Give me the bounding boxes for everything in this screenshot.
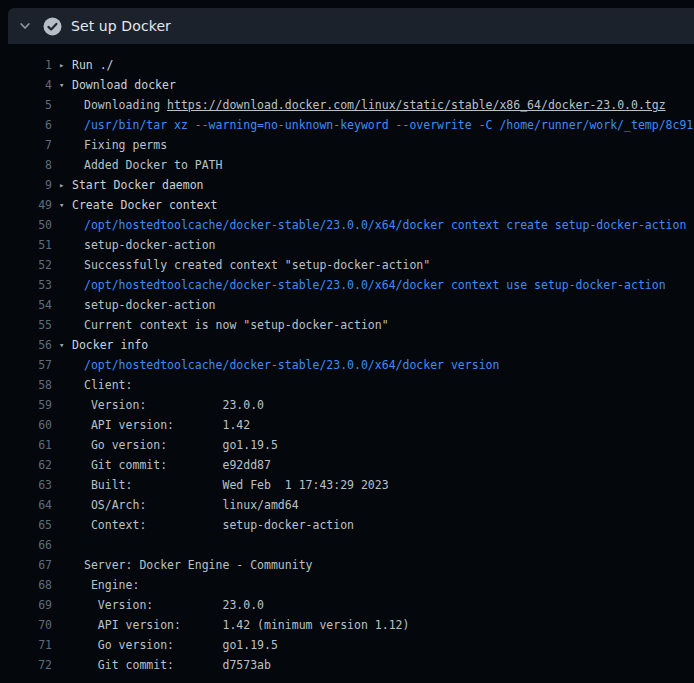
log-line: 57 /opt/hostedtoolcache/docker-stable/23… xyxy=(0,355,694,375)
log-line-text: /opt/hostedtoolcache/docker-stable/23.0.… xyxy=(84,355,499,375)
log-line-number[interactable]: 64 xyxy=(0,495,52,515)
log-line-text: Git commit: e92dd87 xyxy=(84,455,271,475)
log-line-text: /opt/hostedtoolcache/docker-stable/23.0.… xyxy=(84,275,666,295)
log-line-text: OS/Arch: linux/amd64 xyxy=(84,495,299,515)
log-line-number[interactable]: 68 xyxy=(0,575,52,595)
log-line: 68 Engine: xyxy=(0,575,694,595)
log-line: 7 Fixing perms xyxy=(0,135,694,155)
group-toggle-icon[interactable]: ▸ xyxy=(59,55,70,75)
log-lines: 1 ▸ Run ./ 4 ▾ Download docker 5 Downloa… xyxy=(0,44,694,683)
log-line[interactable]: 4 ▾ Download docker xyxy=(0,75,694,95)
step-header[interactable]: Set up Docker xyxy=(8,8,694,44)
log-line-text: /usr/bin/tar xz --warning=no-unknown-key… xyxy=(84,115,693,135)
log-line-number[interactable]: 9 xyxy=(0,175,52,195)
log-line-number[interactable]: 57 xyxy=(0,355,52,375)
log-line-text: setup-docker-action xyxy=(84,235,216,255)
step-status-check-circle-icon xyxy=(43,17,62,36)
chevron-down-icon xyxy=(18,19,32,33)
log-line[interactable]: 1 ▸ Run ./ xyxy=(0,55,694,75)
log-line: 55 Current context is now "setup-docker-… xyxy=(0,315,694,335)
log-line-text: Download docker xyxy=(72,75,176,95)
log-line-number[interactable]: 66 xyxy=(0,535,52,555)
log-line: 70 API version: 1.42 (minimum version 1.… xyxy=(0,615,694,635)
log-line: 6 /usr/bin/tar xz --warning=no-unknown-k… xyxy=(0,115,694,135)
log-line-number[interactable]: 69 xyxy=(0,595,52,615)
log-line-number[interactable]: 59 xyxy=(0,395,52,415)
log-line-text: Go version: go1.19.5 xyxy=(84,635,278,655)
log-line: 72 Git commit: d7573ab xyxy=(0,655,694,675)
group-toggle-icon[interactable]: ▾ xyxy=(59,335,70,355)
log-line-number[interactable]: 50 xyxy=(0,215,52,235)
log-line: 54 setup-docker-action xyxy=(0,295,694,315)
log-line-number[interactable]: 53 xyxy=(0,275,52,295)
log-line-number[interactable]: 52 xyxy=(0,255,52,275)
log-line: 53 /opt/hostedtoolcache/docker-stable/23… xyxy=(0,275,694,295)
log-line-text: Engine: xyxy=(84,575,139,595)
log-line-text: API version: 1.42 xyxy=(84,415,250,435)
log-line-number[interactable]: 62 xyxy=(0,455,52,475)
group-toggle-icon[interactable]: ▸ xyxy=(59,175,70,195)
log-line-number[interactable]: 1 xyxy=(0,55,52,75)
log-line-number[interactable]: 70 xyxy=(0,615,52,635)
log-line: 5 Downloading https://download.docker.co… xyxy=(0,95,694,115)
log-line-text: Go version: go1.19.5 xyxy=(84,435,278,455)
log-line-number[interactable]: 4 xyxy=(0,75,52,95)
log-line-text: Version: 23.0.0 xyxy=(84,395,264,415)
collapse-step-button[interactable] xyxy=(14,8,36,44)
log-line-number[interactable]: 61 xyxy=(0,435,52,455)
log-line-text: Git commit: d7573ab xyxy=(84,655,271,675)
log-line-number[interactable]: 67 xyxy=(0,555,52,575)
log-line: 66 xyxy=(0,535,694,555)
log-line-number[interactable]: 5 xyxy=(0,95,52,115)
log-line-text: Server: Docker Engine - Community xyxy=(84,555,312,575)
log-line-text: Current context is now "setup-docker-act… xyxy=(84,315,389,335)
log-line-text: Run ./ xyxy=(72,55,114,75)
log-line: 67 Server: Docker Engine - Community xyxy=(0,555,694,575)
log-line-number[interactable]: 58 xyxy=(0,375,52,395)
log-line-text: Fixing perms xyxy=(84,135,167,155)
log-line-text: setup-docker-action xyxy=(84,295,216,315)
log-line: 63 Built: Wed Feb 1 17:43:29 2023 xyxy=(0,475,694,495)
log-line-number[interactable]: 6 xyxy=(0,115,52,135)
log-line-number[interactable]: 51 xyxy=(0,235,52,255)
log-line: 69 Version: 23.0.0 xyxy=(0,595,694,615)
log-line: 50 /opt/hostedtoolcache/docker-stable/23… xyxy=(0,215,694,235)
log-line-number[interactable]: 56 xyxy=(0,335,52,355)
log-line[interactable]: 49 ▾ Create Docker context xyxy=(0,195,694,215)
log-line: 51 setup-docker-action xyxy=(0,235,694,255)
log-line-text: Downloading https://download.docker.com/… xyxy=(84,95,666,115)
group-toggle-icon[interactable]: ▾ xyxy=(59,75,70,95)
log-line-number[interactable]: 65 xyxy=(0,515,52,535)
log-line-number[interactable]: 63 xyxy=(0,475,52,495)
log-line-text: API version: 1.42 (minimum version 1.12) xyxy=(84,615,409,635)
log-line[interactable]: 9 ▸ Start Docker daemon xyxy=(0,175,694,195)
log-line-text: Client: xyxy=(84,375,132,395)
log-line-text: Added Docker to PATH xyxy=(84,155,222,175)
log-line-text: Successfully created context "setup-dock… xyxy=(84,255,430,275)
log-line: 71 Go version: go1.19.5 xyxy=(0,635,694,655)
group-toggle-icon[interactable]: ▾ xyxy=(59,195,70,215)
log-line-text: /opt/hostedtoolcache/docker-stable/23.0.… xyxy=(84,215,686,235)
log-line-number[interactable]: 72 xyxy=(0,655,52,675)
log-line: 52 Successfully created context "setup-d… xyxy=(0,255,694,275)
log-line[interactable]: 56 ▾ Docker info xyxy=(0,335,694,355)
log-line: 61 Go version: go1.19.5 xyxy=(0,435,694,455)
log-line-text: Create Docker context xyxy=(72,195,217,215)
log-line-number[interactable]: 8 xyxy=(0,155,52,175)
log-line-text: Context: setup-docker-action xyxy=(84,515,354,535)
log-line-number[interactable]: 55 xyxy=(0,315,52,335)
log-line-number[interactable]: 49 xyxy=(0,195,52,215)
step-title: Set up Docker xyxy=(71,18,171,34)
log-line: 59 Version: 23.0.0 xyxy=(0,395,694,415)
log-line-text: Version: 23.0.0 xyxy=(84,595,264,615)
log-line-number[interactable]: 54 xyxy=(0,295,52,315)
log-line-text: Docker info xyxy=(72,335,148,355)
log-line: 62 Git commit: e92dd87 xyxy=(0,455,694,475)
log-line-number[interactable]: 60 xyxy=(0,415,52,435)
log-line-number[interactable]: 71 xyxy=(0,635,52,655)
log-line-number[interactable]: 7 xyxy=(0,135,52,155)
log-line: 64 OS/Arch: linux/amd64 xyxy=(0,495,694,515)
log-link[interactable]: https://download.docker.com/linux/static… xyxy=(167,98,666,112)
log-line-text: Start Docker daemon xyxy=(72,175,204,195)
log-line: 58 Client: xyxy=(0,375,694,395)
